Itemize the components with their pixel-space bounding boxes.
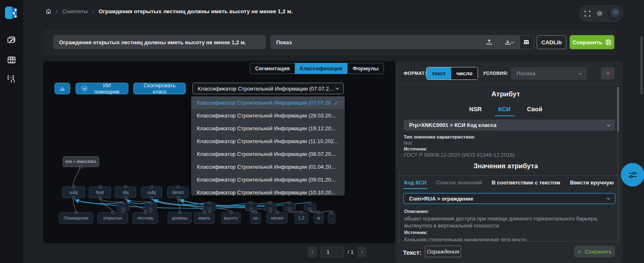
breadcrumb-separator: / [56, 8, 58, 14]
role-node[interactable]: obj [115, 186, 136, 198]
app-logo[interactable] [5, 6, 19, 20]
sidebar-item-code[interactable] [6, 74, 17, 85]
attribute-select[interactable]: Prp>XNKC0001 > КСИ Код класса [404, 120, 615, 131]
ellipsis-node[interactable]: ... [245, 203, 258, 211]
breadcrumb-section-link[interactable]: Сниппеты [62, 8, 88, 14]
close-panel-button[interactable]: ✕ [601, 67, 615, 79]
values-tab[interactable]: Ввести вручную [570, 179, 614, 186]
snippet-text-input[interactable]: Ограждения открытых лестниц должны иметь… [53, 35, 266, 49]
export-button[interactable] [481, 35, 497, 49]
classifier-option[interactable]: Классификатор Строительной Информации (0… [191, 96, 345, 109]
home-button[interactable] [45, 8, 52, 14]
conditions-value: Логика [516, 70, 578, 77]
word-node[interactable]: 1,2 [294, 212, 308, 224]
value-select[interactable]: Com>RUA > ограждение [403, 193, 616, 204]
attribute-title: Атрибут [395, 90, 616, 98]
values-tab[interactable]: Код КСИ [404, 179, 426, 186]
attribute-tab[interactable]: КСИ [498, 106, 511, 112]
word-node[interactable]: должны [168, 212, 192, 224]
format-option-number[interactable]: число [451, 67, 478, 79]
theme-toggle-button[interactable] [596, 10, 603, 17]
word-node[interactable]: м [314, 212, 324, 224]
word-node[interactable]: менее [267, 212, 288, 224]
word-node[interactable]: открытых [97, 212, 128, 224]
header-actions [579, 5, 623, 22]
fullscreen-button[interactable] [584, 10, 591, 17]
panel-scrollbar-thumb[interactable] [617, 87, 619, 132]
values-tab[interactable]: Список значений [436, 179, 482, 186]
classifier-select[interactable]: Классификатор Строительной Информации (0… [192, 83, 344, 94]
word-node[interactable]: иметь [194, 212, 215, 224]
word-node[interactable]: не [250, 212, 261, 224]
display-mode-value: Показ [276, 39, 510, 45]
canvas-tab[interactable]: Формулы [347, 63, 384, 74]
sun-icon [596, 10, 603, 17]
panel-save-button[interactable]: ✓ Сохранить [574, 246, 615, 257]
panel-footer: Текст: Ограждения ✓ Сохранить [395, 243, 623, 263]
chevron-down-icon [606, 123, 611, 128]
prev-page-button[interactable]: ‹ [308, 246, 317, 257]
cadlib-button[interactable]: CADLib [537, 35, 566, 49]
grid-view-button[interactable] [519, 35, 534, 49]
user-avatar[interactable] [608, 7, 620, 20]
attribute-tab[interactable]: Свой [527, 106, 542, 112]
save-button[interactable]: Сохранить [570, 35, 614, 49]
role-node[interactable]: subj [141, 186, 162, 198]
ellipsis-node[interactable]: ... [204, 203, 216, 211]
values-title: Значения атрибута [395, 162, 616, 170]
window-scrollbar-thumb[interactable] [640, 36, 643, 94]
filters-fab-button[interactable] [621, 163, 644, 186]
word-node[interactable]: Ограждения [59, 212, 93, 224]
conditions-select[interactable]: Логика [511, 67, 587, 80]
canvas-tab[interactable]: Классификация [295, 63, 348, 74]
role-node[interactable]: subj [62, 186, 85, 198]
class-code-node[interactable]: KSI > XNKC0001 [63, 156, 99, 167]
copy-class-button[interactable]: Скопировать класс [133, 83, 186, 94]
classifier-dropdown-menu: Классификатор Строительной Информации (0… [191, 96, 345, 196]
description-line1: объект ограничения доступа при помощи дл… [404, 215, 614, 222]
ellipsis-node[interactable]: ... [117, 203, 129, 211]
window-scrollbar [640, 0, 643, 263]
value-description: Описание: объект ограничения доступа при… [404, 208, 614, 241]
layers-button[interactable] [54, 83, 70, 94]
values-tab[interactable]: В соответствии с текстом [492, 179, 560, 186]
word-node[interactable]: . [328, 212, 335, 224]
import-button[interactable] [500, 35, 516, 49]
chevron-down-icon [578, 71, 583, 76]
classifier-option[interactable]: Классификатор Строительной Информации (1… [191, 135, 345, 148]
ellipsis-node[interactable]: ... [304, 203, 316, 211]
attribute-tab[interactable]: NSR [469, 106, 482, 112]
role-node[interactable]: feat [89, 186, 111, 198]
classifier-option[interactable]: Классификатор Строительной Информации (0… [191, 173, 345, 186]
sidebar-item-table[interactable] [6, 55, 17, 66]
classifier-option-label: Классификатор Строительной Информации (0… [197, 177, 339, 183]
upload-icon [486, 39, 492, 45]
type-value: text [404, 140, 515, 146]
text-value-box[interactable]: Ограждения [425, 246, 461, 257]
value-source: Большая строительная энциклопедия stroi.… [404, 236, 614, 241]
pyramid-icon [60, 86, 65, 92]
format-toggle: текст число [426, 67, 478, 80]
next-page-button[interactable]: › [357, 246, 367, 257]
classifier-option[interactable]: Классификатор Строительной Информации (1… [191, 122, 345, 135]
role-node[interactable]: deont [167, 186, 189, 198]
page-input[interactable]: 1 [321, 246, 344, 257]
classifier-option[interactable]: Классификатор Строительной Информации (0… [191, 160, 345, 173]
classifier-option[interactable]: Классификатор Строительной Информации (0… [191, 148, 345, 160]
classifier-option[interactable]: Классификатор Строительной Информации (1… [191, 186, 345, 196]
canvas-tab[interactable]: Сегментация [250, 63, 295, 74]
fullscreen-icon [584, 10, 591, 17]
word-node[interactable]: высоту [221, 212, 241, 224]
word-node[interactable]: лестниц [133, 212, 158, 224]
ellipsis-node[interactable]: ... [283, 203, 296, 211]
ellipsis-node[interactable]: ... [264, 203, 277, 211]
code-brackets-icon [7, 74, 17, 84]
format-option-text[interactable]: текст [426, 67, 451, 79]
ellipsis-node[interactable]: ... [144, 203, 157, 211]
home-icon [45, 8, 52, 14]
classifier-option[interactable]: Классификатор Строительной Информации (2… [191, 109, 345, 122]
type-label: Тип значения характеристики: [404, 134, 515, 140]
sidebar-item-snippets[interactable] [6, 35, 17, 46]
attribute-tabs: NSRКСИСвой [395, 106, 616, 112]
ai-assistant-button[interactable]: AI ИИ помощник [76, 83, 128, 94]
